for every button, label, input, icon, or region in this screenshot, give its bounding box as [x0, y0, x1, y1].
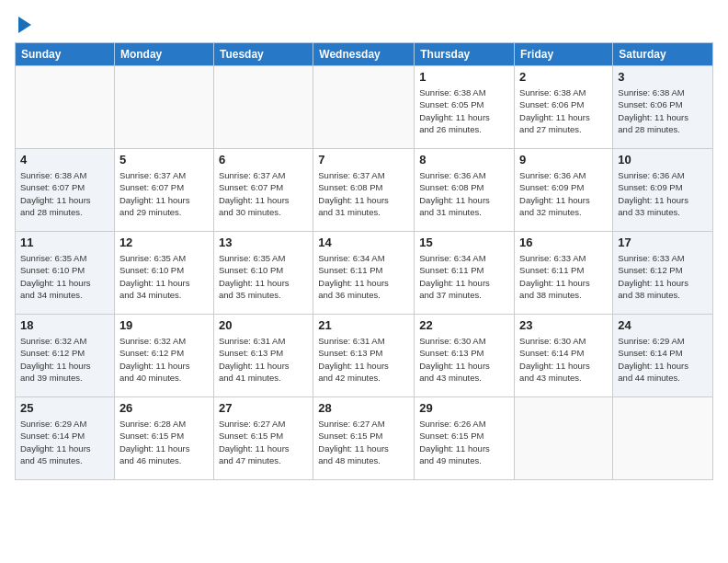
calendar-cell: 14Sunrise: 6:34 AM Sunset: 6:11 PM Dayli…	[313, 232, 415, 315]
calendar-cell: 4Sunrise: 6:38 AM Sunset: 6:07 PM Daylig…	[16, 149, 115, 232]
calendar-cell: 2Sunrise: 6:38 AM Sunset: 6:06 PM Daylig…	[515, 66, 613, 149]
calendar-cell	[515, 397, 613, 480]
day-info: Sunrise: 6:30 AM Sunset: 6:13 PM Dayligh…	[419, 335, 509, 384]
calendar-cell: 24Sunrise: 6:29 AM Sunset: 6:14 PM Dayli…	[613, 315, 713, 397]
day-info: Sunrise: 6:38 AM Sunset: 6:06 PM Dayligh…	[519, 86, 608, 135]
day-number: 16	[519, 236, 608, 249]
day-number: 10	[618, 153, 708, 167]
calendar-cell: 29Sunrise: 6:26 AM Sunset: 6:15 PM Dayli…	[415, 397, 515, 480]
day-number: 18	[20, 318, 109, 332]
day-info: Sunrise: 6:26 AM Sunset: 6:15 PM Dayligh…	[419, 418, 509, 466]
day-number: 12	[119, 236, 209, 249]
calendar-cell: 23Sunrise: 6:30 AM Sunset: 6:14 PM Dayli…	[515, 315, 613, 397]
calendar-cell: 1Sunrise: 6:38 AM Sunset: 6:05 PM Daylig…	[415, 66, 515, 149]
day-number: 24	[618, 318, 708, 332]
day-number: 29	[419, 401, 509, 415]
day-number: 3	[618, 70, 708, 84]
calendar-cell: 15Sunrise: 6:34 AM Sunset: 6:11 PM Dayli…	[415, 232, 515, 315]
calendar-cell: 19Sunrise: 6:32 AM Sunset: 6:12 PM Dayli…	[114, 315, 213, 397]
day-info: Sunrise: 6:27 AM Sunset: 6:15 PM Dayligh…	[219, 418, 308, 466]
day-info: Sunrise: 6:37 AM Sunset: 6:07 PM Dayligh…	[219, 169, 308, 218]
calendar-week-row: 11Sunrise: 6:35 AM Sunset: 6:10 PM Dayli…	[16, 232, 713, 315]
day-number: 8	[419, 153, 509, 167]
calendar-cell: 18Sunrise: 6:32 AM Sunset: 6:12 PM Dayli…	[16, 315, 115, 397]
header	[15, 15, 713, 35]
day-info: Sunrise: 6:35 AM Sunset: 6:10 PM Dayligh…	[119, 252, 209, 301]
calendar-cell: 26Sunrise: 6:28 AM Sunset: 6:15 PM Dayli…	[114, 397, 213, 480]
calendar-cell	[114, 66, 213, 149]
day-number: 13	[219, 236, 308, 249]
day-info: Sunrise: 6:37 AM Sunset: 6:07 PM Dayligh…	[119, 169, 209, 218]
day-info: Sunrise: 6:28 AM Sunset: 6:15 PM Dayligh…	[119, 418, 209, 466]
calendar-cell	[613, 397, 713, 480]
calendar-cell	[16, 66, 115, 149]
day-info: Sunrise: 6:30 AM Sunset: 6:14 PM Dayligh…	[519, 335, 608, 384]
day-number: 21	[318, 318, 409, 332]
weekday-header-thursday: Thursday	[415, 43, 515, 66]
svg-marker-0	[18, 17, 31, 33]
day-number: 23	[519, 318, 608, 332]
day-info: Sunrise: 6:38 AM Sunset: 6:06 PM Dayligh…	[618, 86, 708, 135]
calendar-cell: 9Sunrise: 6:36 AM Sunset: 6:09 PM Daylig…	[515, 149, 613, 232]
day-info: Sunrise: 6:31 AM Sunset: 6:13 PM Dayligh…	[219, 335, 308, 384]
calendar-cell: 13Sunrise: 6:35 AM Sunset: 6:10 PM Dayli…	[213, 232, 313, 315]
day-number: 6	[219, 153, 308, 167]
calendar-cell: 6Sunrise: 6:37 AM Sunset: 6:07 PM Daylig…	[213, 149, 313, 232]
day-info: Sunrise: 6:32 AM Sunset: 6:12 PM Dayligh…	[20, 335, 109, 384]
day-info: Sunrise: 6:33 AM Sunset: 6:11 PM Dayligh…	[519, 252, 608, 301]
weekday-header-tuesday: Tuesday	[213, 43, 313, 66]
day-number: 25	[20, 401, 109, 415]
calendar-cell: 25Sunrise: 6:29 AM Sunset: 6:14 PM Dayli…	[16, 397, 115, 480]
calendar-week-row: 25Sunrise: 6:29 AM Sunset: 6:14 PM Dayli…	[16, 397, 713, 480]
day-number: 9	[519, 153, 608, 167]
day-info: Sunrise: 6:38 AM Sunset: 6:05 PM Dayligh…	[419, 86, 509, 135]
calendar-cell: 20Sunrise: 6:31 AM Sunset: 6:13 PM Dayli…	[213, 315, 313, 397]
day-info: Sunrise: 6:29 AM Sunset: 6:14 PM Dayligh…	[20, 418, 109, 466]
weekday-header-sunday: Sunday	[16, 43, 115, 66]
day-info: Sunrise: 6:36 AM Sunset: 6:09 PM Dayligh…	[618, 169, 708, 218]
day-info: Sunrise: 6:33 AM Sunset: 6:12 PM Dayligh…	[618, 252, 708, 301]
calendar-week-row: 4Sunrise: 6:38 AM Sunset: 6:07 PM Daylig…	[16, 149, 713, 232]
calendar-cell: 8Sunrise: 6:36 AM Sunset: 6:08 PM Daylig…	[415, 149, 515, 232]
calendar-table: SundayMondayTuesdayWednesdayThursdayFrid…	[15, 42, 713, 480]
calendar-cell: 17Sunrise: 6:33 AM Sunset: 6:12 PM Dayli…	[613, 232, 713, 315]
day-number: 19	[119, 318, 209, 332]
day-info: Sunrise: 6:34 AM Sunset: 6:11 PM Dayligh…	[318, 252, 409, 301]
weekday-header-friday: Friday	[515, 43, 613, 66]
calendar-cell	[313, 66, 415, 149]
day-number: 2	[519, 70, 608, 84]
weekday-header-monday: Monday	[114, 43, 213, 66]
day-number: 5	[119, 153, 209, 167]
calendar-cell: 5Sunrise: 6:37 AM Sunset: 6:07 PM Daylig…	[114, 149, 213, 232]
calendar-cell	[213, 66, 313, 149]
day-number: 27	[219, 401, 308, 415]
day-number: 17	[618, 236, 708, 249]
calendar-cell: 10Sunrise: 6:36 AM Sunset: 6:09 PM Dayli…	[613, 149, 713, 232]
calendar-cell: 28Sunrise: 6:27 AM Sunset: 6:15 PM Dayli…	[313, 397, 415, 480]
day-info: Sunrise: 6:36 AM Sunset: 6:08 PM Dayligh…	[419, 169, 509, 218]
day-number: 20	[219, 318, 308, 332]
day-number: 28	[318, 401, 409, 415]
day-info: Sunrise: 6:32 AM Sunset: 6:12 PM Dayligh…	[119, 335, 209, 384]
calendar-cell: 3Sunrise: 6:38 AM Sunset: 6:06 PM Daylig…	[613, 66, 713, 149]
day-info: Sunrise: 6:36 AM Sunset: 6:09 PM Dayligh…	[519, 169, 608, 218]
day-info: Sunrise: 6:34 AM Sunset: 6:11 PM Dayligh…	[419, 252, 509, 301]
day-number: 14	[318, 236, 409, 249]
day-number: 7	[318, 153, 409, 167]
day-info: Sunrise: 6:37 AM Sunset: 6:08 PM Dayligh…	[318, 169, 409, 218]
calendar-cell: 16Sunrise: 6:33 AM Sunset: 6:11 PM Dayli…	[515, 232, 613, 315]
calendar-cell: 27Sunrise: 6:27 AM Sunset: 6:15 PM Dayli…	[213, 397, 313, 480]
calendar-cell: 22Sunrise: 6:30 AM Sunset: 6:13 PM Dayli…	[415, 315, 515, 397]
day-number: 11	[20, 236, 109, 249]
day-info: Sunrise: 6:35 AM Sunset: 6:10 PM Dayligh…	[219, 252, 308, 301]
day-number: 4	[20, 153, 109, 167]
logo-arrow-icon	[15, 15, 35, 35]
day-info: Sunrise: 6:38 AM Sunset: 6:07 PM Dayligh…	[20, 169, 109, 218]
day-number: 26	[119, 401, 209, 415]
calendar-cell: 21Sunrise: 6:31 AM Sunset: 6:13 PM Dayli…	[313, 315, 415, 397]
day-number: 22	[419, 318, 509, 332]
logo	[15, 15, 35, 35]
day-number: 15	[419, 236, 509, 249]
calendar-week-row: 1Sunrise: 6:38 AM Sunset: 6:05 PM Daylig…	[16, 66, 713, 149]
calendar-cell: 11Sunrise: 6:35 AM Sunset: 6:10 PM Dayli…	[16, 232, 115, 315]
